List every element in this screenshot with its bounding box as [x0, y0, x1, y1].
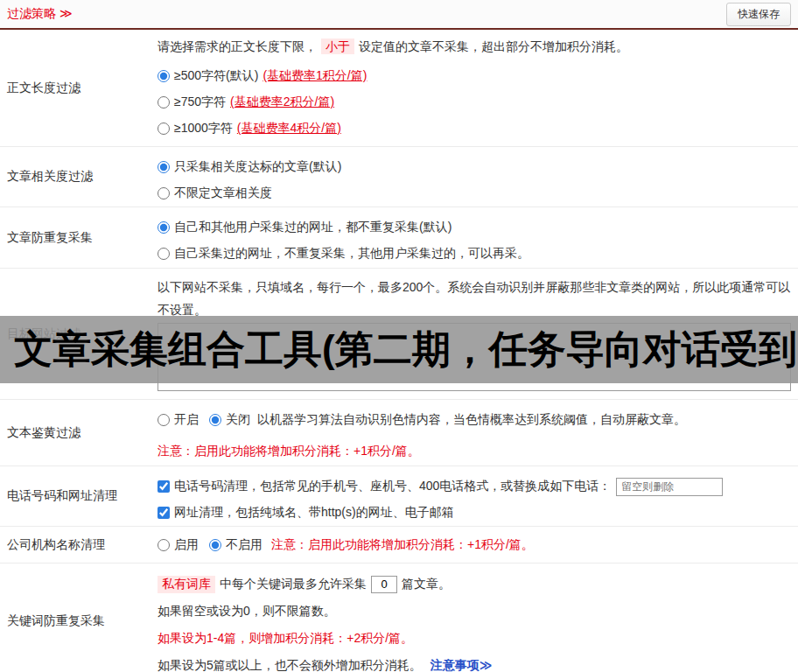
keyword-limit-input[interactable]: [371, 576, 397, 593]
keyword-dedup-label: 关键词防重复采集: [0, 564, 154, 672]
phone-clean-checkbox[interactable]: [158, 480, 170, 493]
keyword-note-5plus: 如果设为5篇或以上，也不会额外增加积分消耗。 注意事项≫: [158, 652, 791, 672]
company-clean-note: 注意：启用此功能将增加积分消耗：+1积分/篇。: [271, 537, 534, 553]
length-intro-suffix: 设定值的文章不采集，超出部分不增加积分消耗。: [359, 39, 628, 53]
length-option-750-text: ≥750字符: [174, 94, 226, 110]
length-intro-highlight: 小于: [321, 38, 354, 54]
keyword-note-1-4: 如果设为1-4篇，则增加积分消耗：+2积分/篇。: [158, 625, 791, 652]
company-option-off-text: 不启用: [226, 537, 262, 553]
row-phone-url-clean: 电话号码和网址清理 电话号码清理，包括常见的手机号、座机号、400电话格式，或替…: [0, 466, 798, 527]
relevance-option-strict: 只采集相关度达标的文章(默认): [158, 154, 791, 180]
watermark-overlay-banner: 文章采集组合工具(第二期，任务导向对话受到: [0, 316, 798, 383]
keyword-note-5plus-text: 如果设为5篇或以上，也不会额外增加积分消耗。: [158, 658, 422, 672]
row-relevance-filter: 文章相关度过滤 只采集相关度达标的文章(默认) 不限定文章相关度: [0, 147, 798, 207]
phone-clean-option: 电话号码清理，包括常见的手机号、座机号、400电话格式，或替换成如下电话：: [158, 473, 791, 500]
length-fee-link-2[interactable]: (基础费率2积分/篇): [230, 94, 334, 110]
length-option-1000-text: ≥1000字符: [174, 121, 233, 136]
length-filter-intro: 请选择需求的正文长度下限，小于设定值的文章不采集，超出部分不增加积分消耗。: [158, 37, 791, 56]
row-length-filter: 正文长度过滤 请选择需求的正文长度下限，小于设定值的文章不采集，超出部分不增加积…: [0, 30, 798, 147]
company-clean-label: 公司机构名称清理: [0, 527, 154, 563]
length-option-500-text: ≥500字符(默认): [174, 68, 258, 84]
keyword-limit-suffix-text: 篇文章。: [402, 577, 451, 592]
length-radio-750[interactable]: [158, 96, 170, 108]
dedup-option-global-text: 自己和其他用户采集过的网址，都不重复采集(默认): [174, 220, 452, 235]
relevance-option-any: 不限定文章相关度: [158, 180, 791, 206]
length-radio-1000[interactable]: [158, 122, 170, 135]
keyword-limit-mid-text: 中每个关键词最多允许采集: [220, 577, 367, 592]
porn-option-off-text: 关闭: [226, 412, 250, 428]
private-lexicon-tag: 私有词库: [158, 576, 215, 593]
quick-save-button[interactable]: 快速保存: [726, 3, 791, 26]
length-option-1000: ≥1000字符 (基础费率4积分/篇): [158, 116, 791, 142]
notice-link[interactable]: 注意事项≫: [430, 658, 493, 672]
url-clean-checkbox[interactable]: [158, 507, 170, 519]
keyword-note-zero: 如果留空或设为0，则不限篇数。: [158, 598, 791, 625]
porn-radio-on[interactable]: [158, 414, 170, 426]
row-keyword-dedup: 关键词防重复采集 私有词库 中每个关键词最多允许采集 篇文章。 如果留空或设为0…: [0, 564, 798, 672]
site-filter-intro: 以下网站不采集，只填域名，每行一个，最多200个。系统会自动识别并屏蔽那些非文章…: [158, 276, 791, 321]
row-porn-filter: 文本鉴黄过滤 开启 关闭 以机器学习算法自动识别色情内容，当色情概率达到系统阈值…: [0, 400, 798, 466]
length-intro-prefix: 请选择需求的正文长度下限，: [158, 39, 317, 53]
length-fee-link-1[interactable]: (基础费率1积分/篇): [262, 68, 367, 84]
watermark-overlay-text: 文章采集组合工具(第二期，任务导向对话受到: [0, 324, 797, 375]
dedup-option-self: 自己采集过的网址，不重复采集，其他用户采集过的，可以再采。: [158, 241, 791, 267]
row-dedup-filter: 文章防重复采集 自己和其他用户采集过的网址，都不重复采集(默认) 自己采集过的网…: [0, 207, 798, 269]
keyword-limit-line: 私有词库 中每个关键词最多允许采集 篇文章。: [158, 570, 791, 598]
length-option-750: ≥750字符 (基础费率2积分/篇): [158, 89, 791, 116]
dedup-option-global: 自己和其他用户采集过的网址，都不重复采集(默认): [158, 214, 791, 241]
porn-filter-label: 文本鉴黄过滤: [0, 400, 154, 466]
phone-replace-input[interactable]: [616, 478, 723, 496]
porn-filter-note: 注意：启用此功能将增加积分消耗：+1积分/篇。: [158, 440, 791, 461]
relevance-option-any-text: 不限定文章相关度: [174, 186, 272, 201]
phone-url-clean-label: 电话号码和网址清理: [0, 466, 154, 526]
company-option-on-text: 启用: [174, 537, 199, 553]
porn-filter-description: 以机器学习算法自动识别色情内容，当色情概率达到系统阈值，自动屏蔽文章。: [257, 412, 686, 428]
url-clean-option: 网址清理，包括纯域名、带http(s)的网址、电子邮箱: [158, 500, 791, 526]
relevance-option-strict-text: 只采集相关度达标的文章(默认): [174, 159, 341, 175]
relevance-radio-strict[interactable]: [158, 161, 170, 173]
length-fee-link-3[interactable]: (基础费率4积分/篇): [237, 121, 341, 136]
relevance-filter-label: 文章相关度过滤: [0, 147, 154, 206]
relevance-radio-any[interactable]: [158, 187, 170, 200]
dedup-radio-global[interactable]: [158, 221, 170, 234]
phone-clean-text: 电话号码清理，包括常见的手机号、座机号、400电话格式，或替换成如下电话：: [174, 479, 611, 494]
company-radio-off[interactable]: [209, 539, 221, 551]
row-company-clean: 公司机构名称清理 启用 不启用 注意：启用此功能将增加积分消耗：+1积分/篇。: [0, 527, 798, 564]
dedup-option-self-text: 自己采集过的网址，不重复采集，其他用户采集过的，可以再采。: [174, 246, 529, 262]
porn-radio-off[interactable]: [209, 414, 221, 426]
length-radio-500[interactable]: [158, 70, 170, 82]
header-bar: 过滤策略 ≫ 快速保存: [0, 0, 798, 30]
company-radio-on[interactable]: [158, 539, 170, 551]
url-clean-text: 网址清理，包括纯域名、带http(s)的网址、电子邮箱: [174, 505, 454, 521]
page-title[interactable]: 过滤策略 ≫: [7, 6, 73, 22]
dedup-filter-label: 文章防重复采集: [0, 207, 154, 268]
porn-filter-options: 开启 关闭 以机器学习算法自动识别色情内容，当色情概率达到系统阈值，自动屏蔽文章…: [158, 407, 791, 433]
porn-option-on-text: 开启: [174, 412, 199, 428]
dedup-radio-self[interactable]: [158, 248, 170, 260]
filter-strategy-page: 过滤策略 ≫ 快速保存 正文长度过滤 请选择需求的正文长度下限，小于设定值的文章…: [0, 0, 798, 672]
length-filter-label: 正文长度过滤: [0, 30, 154, 146]
length-option-500: ≥500字符(默认) (基础费率1积分/篇): [158, 63, 791, 89]
